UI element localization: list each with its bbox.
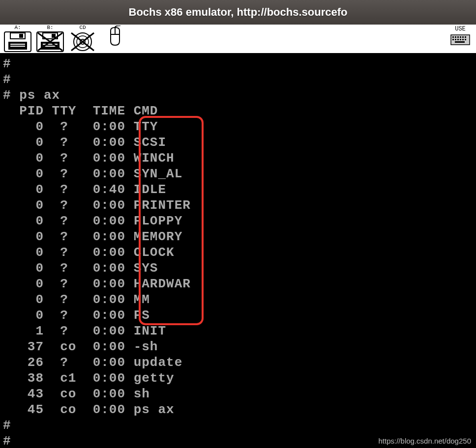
svg-rect-35 (465, 39, 466, 40)
svg-rect-36 (455, 41, 465, 43)
svg-rect-29 (465, 36, 466, 38)
svg-rect-5 (10, 46, 25, 47)
floppy-icon (3, 31, 32, 53)
svg-rect-2 (19, 34, 23, 38)
svg-rect-25 (455, 36, 456, 38)
keyboard-icon (450, 34, 470, 45)
floppy-disabled-icon (36, 31, 64, 53)
svg-rect-8 (52, 34, 56, 38)
svg-rect-30 (452, 39, 454, 40)
svg-rect-10 (43, 44, 58, 45)
svg-rect-34 (462, 39, 464, 40)
window-title: Bochs x86 emulator, http://bochs.sourcef… (129, 6, 348, 19)
window-titlebar[interactable]: Bochs x86 emulator, http://bochs.sourcef… (0, 0, 476, 25)
svg-rect-24 (452, 36, 454, 38)
terminal-output[interactable]: # # # ps ax PID TTY TIME CMD 0 ? 0:00 TT… (0, 54, 476, 448)
drive-a-label: A: (14, 25, 21, 30)
drive-cd-label: CD (79, 25, 86, 30)
drive-cd-button[interactable]: CD (67, 25, 98, 53)
drive-b-button[interactable]: B: (34, 25, 66, 53)
drive-a-button[interactable]: A: (2, 25, 33, 53)
emulator-toolbar: A: B: CD (0, 25, 476, 54)
svg-rect-31 (455, 39, 456, 40)
mouse-icon (101, 26, 129, 47)
svg-rect-28 (462, 36, 464, 38)
svg-rect-27 (460, 36, 461, 38)
usb-label: USE (447, 26, 473, 32)
svg-rect-32 (457, 39, 459, 40)
cd-disabled-icon (68, 31, 97, 53)
svg-rect-4 (10, 44, 25, 45)
svg-rect-33 (460, 39, 461, 40)
drive-b-label: B: (47, 25, 53, 30)
mouse-capture-button[interactable] (99, 25, 131, 53)
svg-rect-26 (457, 36, 459, 38)
usb-indicator: USE (447, 26, 473, 48)
watermark-text: https://blog.csdn.net/dog250 (379, 437, 471, 445)
